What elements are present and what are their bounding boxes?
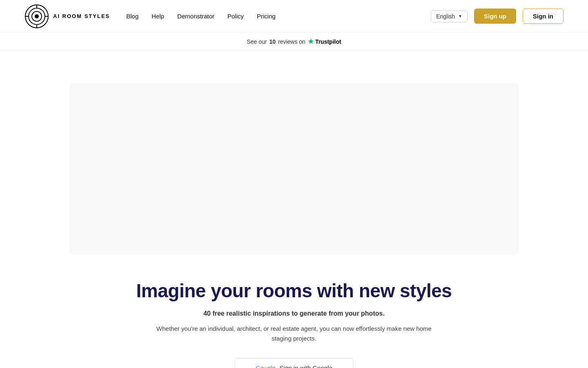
google-signin-label: Sign in with Google [280,364,332,368]
cta-buttons: Google Sign in with Google Sign Up [235,358,353,368]
chevron-down-icon: ▼ [458,14,462,18]
google-signin-button[interactable]: Google Sign in with Google [235,358,353,368]
nav-policy[interactable]: Policy [227,13,244,20]
header-right: English ▼ Sign up Sign in [431,9,564,24]
trustpilot-logo[interactable]: ★ Trustpilot [308,38,341,45]
main-nav: Blog Help Demonstrator Policy Pricing [126,13,276,20]
language-label: English [436,13,455,20]
svg-point-3 [35,14,39,18]
hero-subtitle: 40 free realistic inspirations to genera… [203,310,385,317]
trustpilot-count: 10 [269,38,276,45]
signup-button[interactable]: Sign up [474,9,516,24]
site-logo[interactable]: AI ROOM STYLES [24,4,110,29]
hero-visual [69,83,519,255]
signin-button[interactable]: Sign in [523,9,564,24]
google-icon: Google [256,364,275,368]
logo-text: AI ROOM STYLES [53,13,110,20]
logo-icon [24,4,49,29]
site-header: AI ROOM STYLES Blog Help Demonstrator Po… [0,0,588,33]
hero-section: Imagine your rooms with new styles 40 fr… [0,51,588,368]
trustpilot-star-icon: ★ [308,38,314,45]
hero-description: Whether you're an individual, architect,… [147,324,441,343]
nav-pricing[interactable]: Pricing [257,13,276,20]
trustpilot-suffix: reviews on [278,38,305,45]
nav-blog[interactable]: Blog [126,13,138,20]
trustpilot-name: Trustpilot [315,38,341,45]
nav-demonstrator[interactable]: Demonstrator [177,13,214,20]
trustpilot-prefix: See our [247,38,267,45]
trustpilot-bar: See our 10 reviews on ★ Trustpilot [0,33,588,51]
language-selector[interactable]: English ▼ [431,10,468,22]
hero-title: Imagine your rooms with new styles [136,280,452,302]
nav-help[interactable]: Help [151,13,164,20]
